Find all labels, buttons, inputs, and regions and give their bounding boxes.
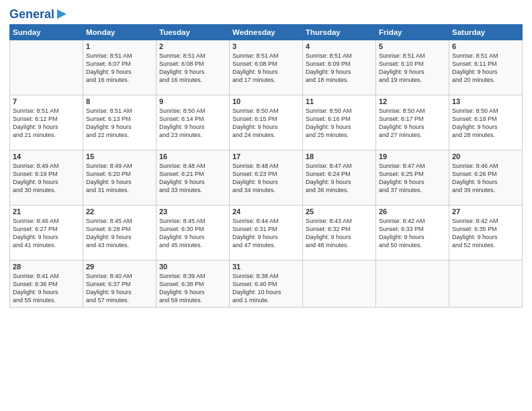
day-number: 18: [306, 152, 373, 161]
day-number: 10: [232, 97, 300, 105]
day-details: Sunrise: 8:50 AM Sunset: 6:15 PM Dayligh…: [232, 107, 300, 140]
day-number: 29: [86, 263, 153, 271]
day-details: Sunrise: 8:42 AM Sunset: 6:35 PM Dayligh…: [452, 217, 519, 250]
day-number: 25: [306, 208, 373, 216]
day-number: 21: [13, 208, 80, 216]
svg-marker-0: [57, 9, 66, 19]
calendar-cell: 11Sunrise: 8:50 AM Sunset: 6:16 PM Dayli…: [303, 95, 376, 150]
day-details: Sunrise: 8:48 AM Sunset: 6:23 PM Dayligh…: [232, 162, 300, 195]
logo-arrow-icon: [56, 8, 68, 20]
day-number: 7: [13, 97, 80, 105]
day-details: Sunrise: 8:38 AM Sunset: 6:40 PM Dayligh…: [232, 272, 300, 305]
calendar-cell: 18Sunrise: 8:47 AM Sunset: 6:24 PM Dayli…: [303, 150, 376, 205]
day-number: 20: [452, 152, 519, 161]
calendar-cell: 2Sunrise: 8:51 AM Sunset: 6:08 PM Daylig…: [157, 40, 230, 95]
calendar-cell: 21Sunrise: 8:46 AM Sunset: 6:27 PM Dayli…: [10, 205, 83, 261]
day-number: 14: [13, 152, 80, 161]
day-number: 1: [86, 42, 153, 50]
day-details: Sunrise: 8:46 AM Sunset: 6:27 PM Dayligh…: [13, 217, 80, 250]
day-details: Sunrise: 8:51 AM Sunset: 6:10 PM Dayligh…: [379, 52, 446, 85]
calendar-cell: 19Sunrise: 8:47 AM Sunset: 6:25 PM Dayli…: [376, 150, 449, 205]
day-number: 11: [306, 97, 373, 105]
day-details: Sunrise: 8:50 AM Sunset: 6:16 PM Dayligh…: [306, 107, 373, 140]
day-details: Sunrise: 8:48 AM Sunset: 6:21 PM Dayligh…: [159, 162, 226, 195]
day-details: Sunrise: 8:47 AM Sunset: 6:25 PM Dayligh…: [379, 162, 446, 195]
calendar-cell: [449, 261, 523, 308]
calendar-cell: 29Sunrise: 8:40 AM Sunset: 6:37 PM Dayli…: [83, 261, 157, 308]
day-number: 24: [232, 208, 300, 216]
calendar-cell: 15Sunrise: 8:49 AM Sunset: 6:20 PM Dayli…: [83, 150, 157, 205]
day-details: Sunrise: 8:49 AM Sunset: 6:19 PM Dayligh…: [13, 162, 80, 195]
header-saturday: Saturday: [449, 25, 523, 40]
calendar-cell: 9Sunrise: 8:50 AM Sunset: 6:14 PM Daylig…: [157, 95, 230, 150]
day-details: Sunrise: 8:41 AM Sunset: 6:36 PM Dayligh…: [13, 272, 80, 305]
header-monday: Monday: [83, 25, 157, 40]
day-number: 2: [159, 42, 226, 50]
day-number: 22: [86, 208, 153, 216]
day-number: 6: [452, 42, 519, 50]
calendar-cell: 28Sunrise: 8:41 AM Sunset: 6:36 PM Dayli…: [10, 261, 83, 308]
calendar-cell: 31Sunrise: 8:38 AM Sunset: 6:40 PM Dayli…: [230, 261, 303, 308]
calendar-cell: 17Sunrise: 8:48 AM Sunset: 6:23 PM Dayli…: [230, 150, 303, 205]
calendar-table: SundayMondayTuesdayWednesdayThursdayFrid…: [9, 24, 523, 308]
day-details: Sunrise: 8:45 AM Sunset: 6:28 PM Dayligh…: [86, 217, 153, 250]
day-details: Sunrise: 8:50 AM Sunset: 6:14 PM Dayligh…: [159, 107, 226, 140]
day-number: 26: [379, 208, 446, 216]
calendar-cell: 16Sunrise: 8:48 AM Sunset: 6:21 PM Dayli…: [157, 150, 230, 205]
day-number: 12: [379, 97, 446, 105]
day-details: Sunrise: 8:42 AM Sunset: 6:33 PM Dayligh…: [379, 217, 446, 250]
calendar-cell: 12Sunrise: 8:50 AM Sunset: 6:17 PM Dayli…: [376, 95, 449, 150]
day-details: Sunrise: 8:39 AM Sunset: 6:38 PM Dayligh…: [159, 272, 226, 305]
header-sunday: Sunday: [10, 25, 83, 40]
day-details: Sunrise: 8:46 AM Sunset: 6:26 PM Dayligh…: [452, 162, 519, 195]
day-details: Sunrise: 8:50 AM Sunset: 6:17 PM Dayligh…: [379, 107, 446, 140]
day-details: Sunrise: 8:51 AM Sunset: 6:11 PM Dayligh…: [452, 52, 519, 85]
calendar-cell: 6Sunrise: 8:51 AM Sunset: 6:11 PM Daylig…: [449, 40, 523, 95]
calendar-cell: 24Sunrise: 8:44 AM Sunset: 6:31 PM Dayli…: [230, 205, 303, 261]
calendar-cell: 25Sunrise: 8:43 AM Sunset: 6:32 PM Dayli…: [303, 205, 376, 261]
day-number: 13: [452, 97, 519, 105]
day-number: 15: [86, 152, 153, 161]
calendar-cell: 23Sunrise: 8:45 AM Sunset: 6:30 PM Dayli…: [157, 205, 230, 261]
calendar-cell: 27Sunrise: 8:42 AM Sunset: 6:35 PM Dayli…: [449, 205, 523, 261]
day-number: 23: [159, 208, 226, 216]
calendar-cell: 20Sunrise: 8:46 AM Sunset: 6:26 PM Dayli…: [449, 150, 523, 205]
calendar-cell: 7Sunrise: 8:51 AM Sunset: 6:12 PM Daylig…: [10, 95, 83, 150]
day-number: 17: [232, 152, 300, 161]
calendar-cell: 14Sunrise: 8:49 AM Sunset: 6:19 PM Dayli…: [10, 150, 83, 205]
calendar-cell: 4Sunrise: 8:51 AM Sunset: 6:09 PM Daylig…: [303, 40, 376, 95]
day-details: Sunrise: 8:51 AM Sunset: 6:08 PM Dayligh…: [232, 52, 300, 85]
day-details: Sunrise: 8:50 AM Sunset: 6:18 PM Dayligh…: [452, 107, 519, 140]
calendar-cell: 5Sunrise: 8:51 AM Sunset: 6:10 PM Daylig…: [376, 40, 449, 95]
day-details: Sunrise: 8:51 AM Sunset: 6:12 PM Dayligh…: [13, 107, 80, 140]
header-row: SundayMondayTuesdayWednesdayThursdayFrid…: [10, 25, 523, 40]
calendar-cell: [376, 261, 449, 308]
header-friday: Friday: [376, 25, 449, 40]
calendar-cell: 10Sunrise: 8:50 AM Sunset: 6:15 PM Dayli…: [230, 95, 303, 150]
day-details: Sunrise: 8:49 AM Sunset: 6:20 PM Dayligh…: [86, 162, 153, 195]
week-row-5: 28Sunrise: 8:41 AM Sunset: 6:36 PM Dayli…: [10, 261, 523, 308]
day-details: Sunrise: 8:47 AM Sunset: 6:24 PM Dayligh…: [306, 162, 373, 195]
calendar-cell: 13Sunrise: 8:50 AM Sunset: 6:18 PM Dayli…: [449, 95, 523, 150]
day-details: Sunrise: 8:51 AM Sunset: 6:08 PM Dayligh…: [159, 52, 226, 85]
day-details: Sunrise: 8:44 AM Sunset: 6:31 PM Dayligh…: [232, 217, 300, 250]
day-number: 5: [379, 42, 446, 50]
day-number: 9: [159, 97, 226, 105]
logo: General: [9, 7, 68, 20]
calendar-cell: [10, 40, 83, 95]
calendar-cell: 1Sunrise: 8:51 AM Sunset: 6:07 PM Daylig…: [83, 40, 157, 95]
day-number: 28: [13, 263, 80, 271]
day-number: 19: [379, 152, 446, 161]
header: General: [9, 7, 523, 20]
day-details: Sunrise: 8:51 AM Sunset: 6:09 PM Dayligh…: [306, 52, 373, 85]
day-number: 4: [306, 42, 373, 50]
calendar-cell: 8Sunrise: 8:51 AM Sunset: 6:13 PM Daylig…: [83, 95, 157, 150]
week-row-3: 14Sunrise: 8:49 AM Sunset: 6:19 PM Dayli…: [10, 150, 523, 205]
week-row-2: 7Sunrise: 8:51 AM Sunset: 6:12 PM Daylig…: [10, 95, 523, 150]
calendar-cell: 3Sunrise: 8:51 AM Sunset: 6:08 PM Daylig…: [230, 40, 303, 95]
week-row-1: 1Sunrise: 8:51 AM Sunset: 6:07 PM Daylig…: [10, 40, 523, 95]
page-container: General SundayMondayTuesdayWednesdayThur…: [0, 0, 532, 411]
calendar-cell: 22Sunrise: 8:45 AM Sunset: 6:28 PM Dayli…: [83, 205, 157, 261]
calendar-cell: 30Sunrise: 8:39 AM Sunset: 6:38 PM Dayli…: [157, 261, 230, 308]
day-details: Sunrise: 8:51 AM Sunset: 6:13 PM Dayligh…: [86, 107, 153, 140]
